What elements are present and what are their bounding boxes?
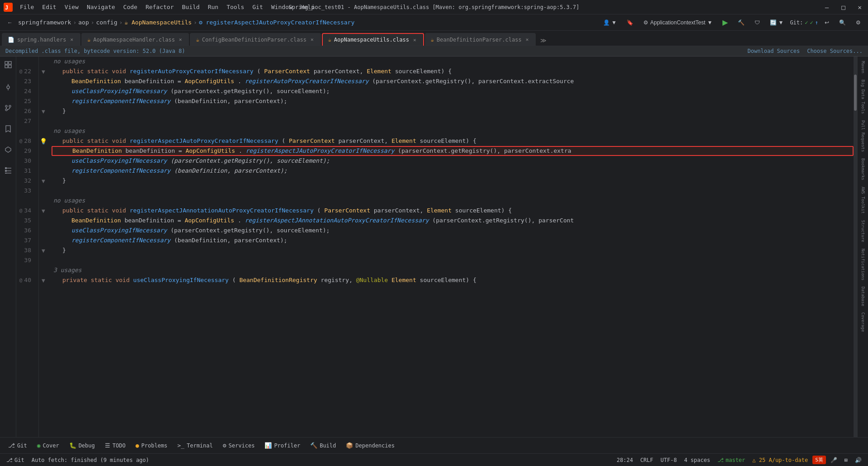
fold-22[interactable]: ▼	[39, 66, 48, 76]
status-warnings[interactable]: △ 25 A/up-to-date	[750, 456, 811, 464]
user-button[interactable]: 👤 ▼	[599, 19, 620, 27]
settings-button[interactable]: ⚙	[852, 19, 864, 27]
fold-40[interactable]: ▼	[39, 275, 48, 285]
breadcrumb-method[interactable]: ⚙ registerAspectJAutoProxyCreatorIfNeces…	[199, 19, 354, 26]
download-links: Download Sources Choose Sources...	[748, 48, 863, 54]
tab-aop-namespace-utils[interactable]: ☕ AopNamespaceUtils.class ✕	[322, 33, 424, 46]
bottom-tab-profiler[interactable]: 📊 Profiler	[260, 440, 305, 451]
status-mic[interactable]: 🎤	[828, 456, 840, 464]
maximize-button[interactable]: □	[839, 3, 848, 12]
build-button[interactable]: 🔨	[734, 19, 748, 27]
menu-run[interactable]: Run	[204, 3, 222, 11]
right-sidebar-maven[interactable]: Maven	[860, 58, 866, 76]
menu-code[interactable]: Code	[120, 3, 141, 11]
line-num-32: 32	[16, 176, 35, 186]
menu-edit[interactable]: Edit	[38, 3, 60, 11]
vertical-scrollbar[interactable]	[854, 56, 857, 437]
tab-aop-namespace-utils-close[interactable]: ✕	[412, 37, 418, 43]
run-button[interactable]: ▶	[719, 17, 731, 28]
breadcrumb-sep-1: ›	[73, 19, 76, 26]
menu-navigate[interactable]: Navigate	[83, 3, 119, 11]
menu-view[interactable]: View	[61, 3, 82, 11]
right-sidebar-bigdata[interactable]: Big Data Tools	[860, 77, 866, 117]
breadcrumb: springframework › aop › config › ☕ AopNa…	[18, 19, 598, 26]
tab-bean-definition-parser[interactable]: ☕ BeanDefinitionParser.class ✕	[425, 33, 536, 46]
status-indent[interactable]: 4 spaces	[681, 456, 713, 464]
reload-button[interactable]: 🔄 ▼	[766, 19, 787, 27]
code-editor[interactable]: no usages public static void registerAut…	[48, 56, 854, 437]
undo-button[interactable]: ↩	[821, 19, 833, 27]
tab-spring-handlers[interactable]: 📄 spring.handlers ✕	[2, 33, 80, 46]
code-line-27	[52, 116, 854, 126]
right-sidebar-pullrequests[interactable]: Pull Requests	[860, 118, 866, 155]
menu-tools[interactable]: Tools	[223, 3, 248, 11]
right-sidebar-coverage[interactable]: Coverage	[860, 310, 866, 334]
tab-config-bean-close[interactable]: ✕	[309, 36, 315, 43]
sidebar-structure[interactable]	[2, 164, 14, 177]
breadcrumb-springframework[interactable]: springframework	[18, 19, 71, 26]
menu-file[interactable]: File	[16, 3, 38, 11]
bulb-28[interactable]: 💡	[39, 136, 48, 146]
right-sidebar-database[interactable]: Database	[860, 284, 866, 309]
right-sidebar-notifications[interactable]: Notifications	[860, 246, 866, 283]
tab-aop-namespace-handler-close[interactable]: ✕	[178, 36, 184, 43]
tab-spring-handlers-close[interactable]: ✕	[69, 36, 75, 43]
bottom-tab-build[interactable]: 🔨 Build	[306, 440, 340, 451]
status-tray-1[interactable]: ⊞	[842, 456, 850, 464]
bottom-tab-services[interactable]: ⚙ Services	[218, 440, 259, 451]
fold-34[interactable]: ▼	[39, 206, 48, 216]
menu-build[interactable]: Build	[179, 3, 203, 11]
download-sources-link[interactable]: Download Sources	[748, 48, 800, 54]
scrollbar-thumb[interactable]	[854, 75, 857, 111]
minimize-button[interactable]: —	[822, 3, 831, 12]
svg-rect-15	[5, 170, 7, 172]
bottom-tab-dependencies[interactable]: 📦 Dependencies	[341, 440, 399, 451]
breadcrumb-config[interactable]: config	[96, 19, 118, 26]
tabs-more-button[interactable]: ≫	[537, 35, 550, 46]
tab-aop-namespace-handler[interactable]: ☕ AopNamespaceHandler.class ✕	[81, 33, 189, 46]
right-sidebar-bookmarks[interactable]: Bookmarks	[860, 155, 866, 183]
status-position[interactable]: 28:24	[614, 456, 636, 464]
status-line-ending[interactable]: CRLF	[637, 456, 656, 464]
status-encoding[interactable]: UTF-8	[658, 456, 679, 464]
run-config-selector[interactable]: ⚙ ApplicationContextTest ▼	[640, 19, 716, 27]
choose-sources-link[interactable]: Choose Sources...	[807, 48, 863, 54]
bottom-tab-todo[interactable]: ☰ TODO	[100, 440, 130, 451]
bottom-tab-cover[interactable]: ◉ Cover	[33, 440, 64, 451]
search-button[interactable]: 🔍	[835, 19, 849, 27]
line-num-comment2	[16, 126, 35, 136]
todo-tab-label: TODO	[113, 442, 126, 449]
menu-git[interactable]: Git	[249, 3, 266, 11]
status-tray-2[interactable]: 🔊	[852, 456, 864, 464]
right-sidebar-aws[interactable]: AWS Toolkit	[860, 184, 866, 217]
bottom-tab-problems[interactable]: ● Problems	[131, 440, 172, 451]
back-button[interactable]: ←	[4, 19, 16, 27]
sidebar-aws[interactable]	[2, 143, 14, 156]
breadcrumb-aop[interactable]: aop	[78, 19, 89, 26]
breadcrumb-classname[interactable]: ☕ AopNamespaceUtils	[124, 19, 192, 26]
sidebar-pull-requests[interactable]	[2, 102, 14, 114]
bottom-tab-git[interactable]: ⎇ Git	[4, 440, 32, 451]
fold-32[interactable]: ▼	[39, 176, 48, 186]
right-sidebar-structure[interactable]: Structure	[860, 217, 866, 245]
status-branch-master[interactable]: ⎇ master	[715, 456, 748, 464]
git-tab-icon: ⎇	[8, 442, 15, 449]
bottom-tab-debug[interactable]: 🐛 Debug	[65, 440, 99, 451]
fold-26[interactable]: ▼	[39, 106, 48, 116]
bookmark-button[interactable]: 🔖	[623, 19, 637, 27]
tab-config-bean[interactable]: ☕ ConfigBeanDefinitionParser.class ✕	[190, 33, 321, 46]
sidebar-project[interactable]	[2, 58, 14, 71]
bottom-tab-terminal[interactable]: >_ Terminal	[173, 440, 217, 451]
fold-38[interactable]: ▼	[39, 245, 48, 255]
tab-bean-definition-parser-close[interactable]: ✕	[524, 36, 530, 43]
status-bar: ⎇ Git Auto fetch: finished (9 minutes ag…	[0, 453, 868, 466]
code-container[interactable]: @22 23 24 25 26 27 @28 29 30 31 32 33 @3…	[16, 56, 857, 437]
line-num-33: 33	[16, 186, 35, 196]
sidebar-commit[interactable]	[2, 81, 14, 94]
sidebar-bookmarks[interactable]	[2, 122, 14, 135]
status-auto-fetch[interactable]: Auto fetch: finished (9 minutes ago)	[29, 456, 152, 464]
status-git-branch[interactable]: ⎇ Git	[4, 456, 27, 464]
coverage-button[interactable]: 🛡	[751, 19, 764, 27]
menu-refactor[interactable]: Refactor	[142, 3, 178, 11]
close-button[interactable]: ✕	[855, 3, 864, 12]
